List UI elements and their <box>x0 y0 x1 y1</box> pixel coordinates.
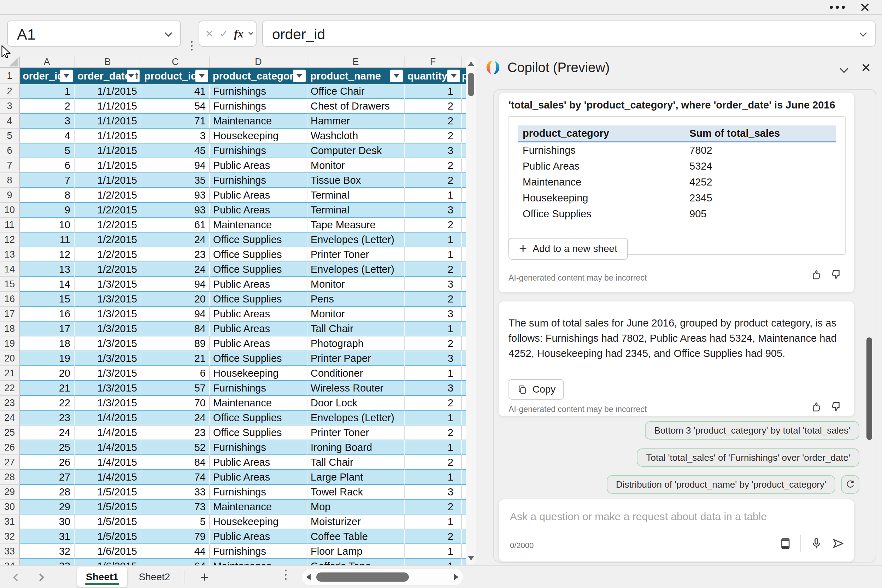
row-number-32[interactable]: 32 <box>0 530 20 544</box>
cell-order_date[interactable]: 1/4/2015 <box>75 440 141 455</box>
cell-quantity[interactable]: 1 <box>405 411 462 426</box>
cell-order_date[interactable]: 1/3/2015 <box>75 277 141 292</box>
collapse-panel-icon[interactable] <box>840 64 848 73</box>
row-number-3[interactable]: 3 <box>0 99 20 114</box>
thumbs-down-icon[interactable] <box>830 400 843 413</box>
cell-product_name[interactable]: Computer Desk <box>308 144 405 158</box>
header-order_date[interactable]: order_date <box>75 68 141 84</box>
cell-quantity[interactable]: 3 <box>405 485 462 500</box>
cell-order_date[interactable]: 1/3/2015 <box>75 292 141 307</box>
cell-order_date[interactable]: 1/6/2015 <box>75 559 141 566</box>
suggestion-pill[interactable]: Distribution of 'product_name' by 'produ… <box>607 475 836 494</box>
cell-product_id[interactable]: 21 <box>141 351 210 366</box>
cell-order_id[interactable]: 15 <box>20 292 75 307</box>
filter-icon[interactable] <box>447 70 460 82</box>
filter-icon[interactable] <box>195 70 208 82</box>
header-quantity[interactable]: quantity <box>405 68 462 84</box>
table-row[interactable]: 13121/2/201523Office SuppliesPrinter Ton… <box>0 248 466 262</box>
cell-quantity[interactable]: 2 <box>405 262 462 277</box>
cell-product_category[interactable]: Public Areas <box>210 470 308 485</box>
spreadsheet-grid[interactable]: ABCDEF 1order_idorder_dateproduct_idprod… <box>0 57 466 566</box>
cell-order_date[interactable]: 1/3/2015 <box>75 336 141 351</box>
cell-product_name[interactable]: Monitor <box>308 277 405 292</box>
cell-product_category[interactable]: Furnishings <box>210 173 308 188</box>
column-letter-F[interactable]: F <box>405 57 462 67</box>
cell-order_id[interactable]: 11 <box>20 232 75 248</box>
cell-quantity[interactable]: 2 <box>405 99 462 114</box>
next-sheet-icon[interactable] <box>36 573 45 582</box>
cell-quantity[interactable]: 1 <box>405 248 462 262</box>
cell-product_id[interactable]: 23 <box>141 426 210 440</box>
cell-order_date[interactable]: 1/5/2015 <box>75 500 141 514</box>
cell-product_category[interactable]: Public Areas <box>210 530 308 544</box>
formula-input[interactable]: order_id <box>262 21 876 46</box>
cell-quantity[interactable]: 1 <box>405 322 462 336</box>
row-number-1[interactable]: 1 <box>0 68 20 84</box>
cell-order_id[interactable]: 19 <box>20 351 75 366</box>
thumbs-up-icon[interactable] <box>810 268 822 281</box>
row-number-16[interactable]: 16 <box>0 292 20 307</box>
table-row[interactable]: 27261/4/201584Public AreasTall Chair2 <box>0 455 466 470</box>
table-row[interactable]: 17161/3/201594Public AreasMonitor3 <box>0 307 466 322</box>
cell-order_date[interactable]: 1/5/2015 <box>75 530 141 544</box>
cell-quantity[interactable]: 1 <box>405 84 462 99</box>
table-row[interactable]: 981/2/201593Public AreasTerminal1 <box>0 188 466 203</box>
table-row[interactable]: 14131/2/201524Office SuppliesEnvelopes (… <box>0 262 466 277</box>
cell-product_name[interactable]: Hammer <box>308 114 405 129</box>
cell-product_name[interactable]: Tape Measure <box>308 218 405 232</box>
table-row[interactable]: 22211/3/201557FurnishingsWireless Router… <box>0 381 466 396</box>
row-number-13[interactable]: 13 <box>0 248 20 262</box>
cell-order_id[interactable]: 5 <box>20 144 75 158</box>
cell-order_id[interactable]: 1 <box>20 84 75 99</box>
cell-quantity[interactable]: 1 <box>405 514 462 530</box>
cell-product_name[interactable]: Photograph <box>308 336 405 351</box>
cell-product_category[interactable]: Maintenance <box>210 500 308 514</box>
cell-order_date[interactable]: 1/3/2015 <box>75 396 141 411</box>
cell-order_id[interactable]: 26 <box>20 455 75 470</box>
cell-product_id[interactable]: 54 <box>141 99 210 114</box>
chevron-down-icon[interactable] <box>248 30 254 35</box>
row-number-14[interactable]: 14 <box>0 262 20 277</box>
cell-order_id[interactable]: 12 <box>20 248 75 262</box>
suggestion-pill[interactable]: Bottom 3 'product_category' by total 'to… <box>645 421 860 440</box>
cell-order_id[interactable]: 16 <box>20 307 75 322</box>
cell-product_name[interactable]: Terminal <box>308 188 405 203</box>
cell-order_id[interactable]: 22 <box>20 396 75 411</box>
cell-order_date[interactable]: 1/1/2015 <box>75 99 141 114</box>
cell-product_category[interactable]: Office Supplies <box>210 248 308 262</box>
table-row[interactable]: 28271/4/201574Public AreasLarge Plant1 <box>0 470 466 485</box>
cell-product_category[interactable]: Public Areas <box>210 188 308 203</box>
row-number-2[interactable]: 2 <box>0 84 20 99</box>
cell-order_id[interactable]: 6 <box>20 158 75 173</box>
cell-quantity[interactable]: 2 <box>405 218 462 232</box>
table-row[interactable]: 21201/3/20156HousekeepingConditioner1 <box>0 366 466 381</box>
filter-icon[interactable] <box>60 70 73 82</box>
cell-product_name[interactable]: Ironing Board <box>308 440 405 455</box>
vertical-scrollbar-thumb[interactable] <box>468 73 474 96</box>
thumbs-up-icon[interactable] <box>810 400 822 413</box>
cell-order_date[interactable]: 1/1/2015 <box>75 144 141 158</box>
row-number-5[interactable]: 5 <box>0 129 20 144</box>
cell-product_name[interactable]: Mop <box>308 500 405 514</box>
cell-product_category[interactable]: Office Supplies <box>210 426 308 440</box>
row-number-17[interactable]: 17 <box>0 307 20 322</box>
cell-product_category[interactable]: Public Areas <box>210 203 308 218</box>
cell-order_id[interactable]: 10 <box>20 218 75 232</box>
cell-order_date[interactable]: 1/5/2015 <box>75 514 141 530</box>
cell-product_category[interactable]: Furnishings <box>210 99 308 114</box>
tab-sheet2[interactable]: Sheet2 <box>132 567 177 587</box>
cell-order_date[interactable]: 1/1/2015 <box>75 114 141 129</box>
name-box[interactable]: A1 <box>7 21 181 46</box>
cancel-entry-icon[interactable]: ✕ <box>205 28 214 40</box>
table-row[interactable]: 32311/5/201579Public AreasCoffee Table2 <box>0 530 466 544</box>
cell-quantity[interactable]: 1 <box>405 544 462 559</box>
cell-order_date[interactable]: 1/2/2015 <box>75 218 141 232</box>
scroll-down-icon[interactable] <box>468 556 474 560</box>
cell-product_id[interactable]: 64 <box>141 559 210 566</box>
cell-product_category[interactable]: Office Supplies <box>210 292 308 307</box>
cell-quantity[interactable]: 2 <box>405 114 462 129</box>
table-row[interactable]: 321/1/201554FurnishingsChest of Drawers2 <box>0 99 466 114</box>
cell-quantity[interactable]: 2 <box>405 292 462 307</box>
cell-order_id[interactable]: 18 <box>20 336 75 351</box>
cell-order_date[interactable]: 1/2/2015 <box>75 262 141 277</box>
